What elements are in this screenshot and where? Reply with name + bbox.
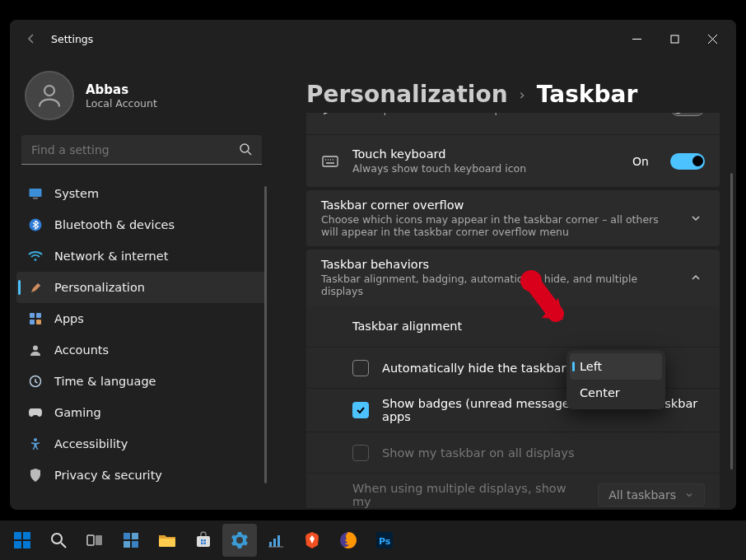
svg-rect-12 — [36, 313, 41, 318]
sidebar-item-time[interactable]: Time & language — [16, 366, 267, 397]
clock-icon — [28, 375, 43, 388]
sidebar-item-label: Bluetooth & devices — [54, 218, 175, 231]
pen-icon — [321, 113, 339, 116]
svg-line-30 — [61, 543, 66, 548]
taskbar-app-explorer[interactable] — [150, 524, 184, 557]
search-input[interactable] — [21, 135, 262, 165]
sidebar-item-bluetooth[interactable]: Bluetooth & devices — [16, 209, 267, 240]
dropdown-option-center[interactable]: Center — [570, 380, 662, 406]
row-corner-overflow[interactable]: Taskbar corner overflow Choose which ico… — [306, 190, 720, 246]
sidebar-item-personalization[interactable]: Personalization — [16, 272, 267, 303]
sidebar-item-apps[interactable]: Apps — [16, 303, 267, 334]
sidebar-item-network[interactable]: Network & internet — [16, 240, 267, 272]
start-button[interactable] — [5, 524, 40, 557]
svg-rect-38 — [201, 539, 203, 542]
chevron-up-icon — [687, 272, 705, 283]
svg-rect-14 — [36, 320, 41, 324]
sidebar-item-label: Privacy & security — [54, 469, 162, 482]
sidebar-item-gaming[interactable]: Gaming — [16, 397, 267, 428]
settings-window: Settings Abbas Local Account — [10, 20, 736, 510]
svg-rect-8 — [33, 198, 38, 199]
paintbrush-icon — [28, 281, 43, 295]
back-button[interactable] — [15, 22, 48, 55]
maximize-button[interactable] — [655, 26, 693, 52]
profile-subtitle: Local Account — [86, 97, 157, 110]
svg-point-5 — [240, 144, 249, 152]
sidebar-item-accounts[interactable]: Accounts — [16, 334, 267, 366]
checkmark-icon — [355, 404, 366, 416]
pen-toggle[interactable] — [670, 113, 705, 116]
chart-icon — [267, 532, 285, 548]
multidisplays-dropdown: All taskbars — [598, 483, 705, 506]
taskbar-search[interactable] — [41, 524, 76, 557]
accessibility-icon — [28, 437, 43, 450]
monitor-icon — [28, 188, 43, 199]
sidebar-item-privacy[interactable]: Privacy & security — [16, 460, 267, 491]
back-arrow-icon — [25, 32, 38, 45]
taskbar-app-settings[interactable] — [222, 524, 257, 557]
taskbar-app-brave[interactable] — [295, 524, 329, 557]
taskbar-app-chart[interactable] — [259, 524, 293, 557]
row-subtitle: Show pen menu icon when pen is in use — [352, 113, 618, 115]
badges-checkbox[interactable] — [352, 402, 369, 418]
svg-rect-18 — [323, 156, 338, 166]
svg-rect-40 — [201, 543, 203, 545]
sidebar-item-label: Network & internet — [54, 250, 168, 263]
photoshop-icon: Ps — [375, 530, 394, 550]
sidebar-item-label: Time & language — [54, 375, 156, 388]
svg-rect-28 — [23, 541, 30, 548]
row-touch-keyboard[interactable]: Touch keyboard Always show touch keyboar… — [306, 134, 720, 187]
profile-section[interactable]: Abbas Local Account — [16, 58, 267, 135]
minimize-icon — [632, 35, 641, 44]
svg-rect-44 — [277, 535, 280, 547]
svg-rect-1 — [671, 35, 678, 43]
taskbar-app-firefox[interactable] — [331, 524, 366, 557]
sidebar-item-accessibility[interactable]: Accessibility — [16, 428, 267, 460]
toggle-label: Off — [632, 113, 649, 114]
person-icon — [35, 81, 64, 110]
touch-keyboard-toggle[interactable] — [670, 153, 705, 170]
close-button[interactable] — [693, 26, 731, 52]
chevron-down-icon — [684, 490, 694, 500]
option-label: Left — [580, 360, 602, 373]
svg-rect-31 — [87, 535, 94, 545]
svg-rect-42 — [269, 542, 272, 547]
chevron-right-icon: › — [520, 86, 525, 103]
taskbar-alignment-dropdown: Left Center — [566, 350, 665, 409]
dropdown-value: All taskbars — [608, 488, 676, 502]
breadcrumb-current: Taskbar — [537, 81, 637, 108]
content-area: Personalization › Taskbar Show pen menu … — [273, 58, 736, 510]
avatar — [25, 71, 74, 120]
row-multi-displays: When using multiple displays, show my Al… — [306, 473, 720, 508]
sidebar-item-label: Gaming — [54, 406, 101, 419]
row-taskbar-behaviors[interactable]: Taskbar behaviors Taskbar alignment, bad… — [306, 250, 720, 306]
autohide-checkbox[interactable] — [352, 360, 369, 376]
sidebar-item-label: System — [54, 187, 99, 200]
taskbar-app-photoshop[interactable]: Ps — [367, 524, 402, 557]
taskbar-app-store[interactable] — [186, 524, 221, 557]
dropdown-option-left[interactable]: Left — [570, 353, 662, 380]
row-taskbar-alignment: Taskbar alignment — [306, 306, 720, 347]
breadcrumb-parent[interactable]: Personalization — [306, 81, 508, 108]
task-view-button[interactable] — [77, 524, 112, 557]
sidebar-item-label: Accounts — [54, 343, 109, 357]
svg-point-10 — [35, 259, 37, 261]
chevron-down-icon — [687, 212, 705, 224]
row-pen-menu[interactable]: Show pen menu icon when pen is in use Of… — [306, 113, 720, 134]
row-title: Touch keyboard — [352, 147, 619, 161]
search-icon[interactable] — [239, 142, 252, 159]
shield-icon — [28, 469, 43, 482]
taskbar-widgets[interactable] — [114, 524, 148, 557]
sidebar-item-system[interactable]: System — [16, 178, 267, 209]
svg-point-17 — [34, 438, 37, 441]
svg-text:Ps: Ps — [379, 536, 391, 547]
minimize-button[interactable] — [618, 26, 655, 52]
gear-icon — [231, 531, 249, 549]
svg-point-4 — [44, 86, 54, 96]
sidebar-scrollbar[interactable] — [264, 186, 267, 483]
row-subtitle: Always show touch keyboard icon — [352, 162, 619, 175]
svg-rect-32 — [96, 535, 102, 545]
svg-rect-33 — [124, 533, 130, 539]
titlebar: Settings — [10, 20, 736, 58]
content-scrollbar[interactable] — [730, 173, 733, 469]
